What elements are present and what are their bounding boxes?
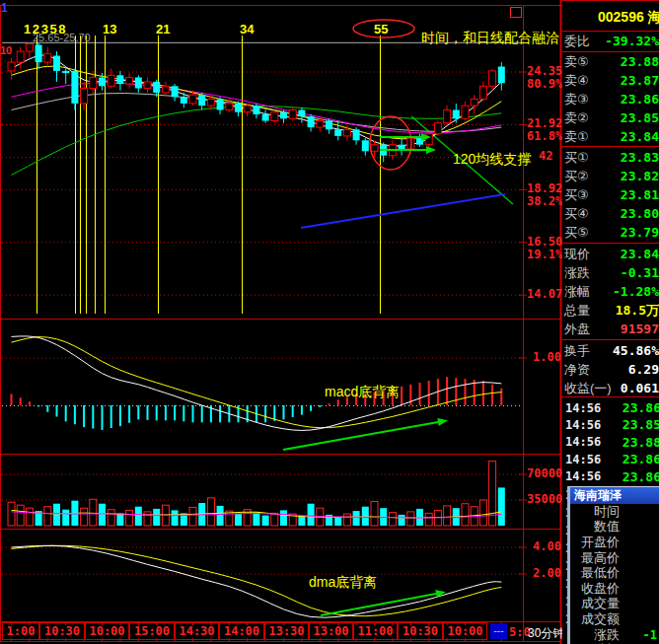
- popup-title: 海南瑞泽: [570, 487, 659, 504]
- popup-item-成交量: 成交量: [570, 597, 659, 612]
- quote-value: 0.061: [621, 381, 659, 395]
- quote-value: 91597: [621, 322, 659, 336]
- quote-row-卖②[interactable]: 卖②23.85: [562, 108, 659, 127]
- quote-label: 换手: [562, 342, 590, 360]
- tick-price: 23.86: [622, 452, 659, 466]
- volume-axis-label: 70000: [527, 467, 562, 479]
- quote-label: 买⑤: [562, 224, 589, 242]
- quote-row-收益(一): 收益(一)0.061: [562, 379, 659, 397]
- quote-value: 23.85: [621, 110, 659, 125]
- tick-price: 23.85: [622, 417, 659, 432]
- quote-label: 净资: [562, 361, 590, 379]
- quote-value: 18.5万: [616, 302, 659, 320]
- quote-row-卖⑤[interactable]: 卖⑤23.88: [562, 52, 659, 71]
- dma-axis-label: 2.00: [533, 567, 561, 579]
- stock-name: 海南瑞泽: [648, 9, 659, 25]
- restore-box-icon[interactable]: [510, 7, 522, 18]
- quote-row-买④[interactable]: 买④23.80: [562, 204, 659, 223]
- price-axis-label: 14.07: [527, 288, 562, 300]
- quote-row-涨跌: 涨跌-0.31: [562, 263, 659, 282]
- time-axis-cell: 10:00: [443, 622, 487, 640]
- time-axis-cell: 15:00: [129, 622, 175, 640]
- fib-label-21: 21: [156, 23, 170, 36]
- chart-canvas[interactable]: [0, 0, 562, 644]
- fib-pct-label: 80.9%: [527, 78, 562, 90]
- quote-label: 卖①: [562, 128, 589, 146]
- stock-code: 002596: [598, 9, 644, 25]
- trading-app-window: 1 1 2 3 5 81321345525.65-25.7010时间，和日线配合…: [0, 0, 659, 644]
- quote-row-买③[interactable]: 买③23.81: [562, 185, 659, 204]
- quote-value: 23.88: [621, 54, 659, 69]
- tick-row: 14:5623.86: [562, 468, 659, 485]
- quote-label: 买④: [562, 205, 589, 223]
- quote-row-买⑤[interactable]: 买⑤23.79: [562, 223, 659, 242]
- quote-label: 收益(一): [562, 380, 612, 397]
- dma-axis-label: 4.00: [533, 540, 561, 552]
- quote-label: 委比: [562, 33, 590, 50]
- fib-label-55: 55: [374, 23, 388, 36]
- quote-separator: [562, 146, 659, 147]
- fib-pct-label: 38.2%: [527, 195, 562, 207]
- time-axis-cell: 13:00: [309, 622, 353, 640]
- fib-label-13: 13: [103, 23, 116, 36]
- quote-label: 卖④: [562, 72, 589, 90]
- price-axis-label: 21.92: [527, 117, 562, 129]
- stock-title: 002596 海南瑞泽: [562, 9, 659, 27]
- quote-row-换手: 换手45.86%: [562, 341, 659, 360]
- quote-value: -39.32%: [605, 34, 659, 48]
- time-axis-cell: 10:30: [39, 622, 85, 640]
- quote-row-涨幅: 涨幅-1.28%: [562, 282, 659, 301]
- time-axis-cell: 14:00: [219, 622, 264, 640]
- time-axis-cell: 11:00: [353, 622, 398, 640]
- tick-price: 23.86: [622, 469, 659, 484]
- tick-time: 14:56: [562, 401, 601, 415]
- popup-item-开盘价: 开盘价: [570, 535, 659, 550]
- tick-price: 23.88: [622, 435, 659, 450]
- time-axis-cell: 14:30: [175, 622, 219, 640]
- popup-item-收盘价: 收盘价: [570, 581, 659, 597]
- price-axis-label: 42: [539, 150, 552, 162]
- price-axis-label: 16.50: [527, 236, 562, 248]
- quote-row-卖④[interactable]: 卖④23.87: [562, 71, 659, 90]
- tick-time: 14:56: [562, 435, 601, 449]
- stock-info-popup: 海南瑞泽 时间数值开盘价最高价最低价收盘价成交量成交额涨跌-1涨幅: [567, 486, 659, 644]
- tick-row: 14:5623.86: [562, 451, 659, 467]
- quote-row-委比: 委比-39.32%: [562, 32, 659, 50]
- tick-time: 14:56: [562, 453, 601, 466]
- macd-divergence-note: macd底背离: [325, 385, 400, 398]
- quote-value: 23.82: [621, 169, 659, 183]
- popup-item-最低价: 最低价: [570, 565, 659, 581]
- fib-pct-label: 61.8%: [527, 130, 562, 142]
- quote-value: 23.80: [621, 206, 659, 221]
- quote-value: 23.86: [621, 92, 659, 107]
- quote-row-买②[interactable]: 买②23.82: [562, 167, 659, 185]
- quote-row-卖③[interactable]: 卖③23.86: [562, 90, 659, 108]
- quote-row-卖①[interactable]: 卖①23.84: [562, 127, 659, 146]
- dma-divergence-note: dma底背离: [309, 575, 377, 589]
- volume-axis-label: 35000: [527, 493, 562, 505]
- quote-label: 涨跌: [562, 264, 590, 282]
- quote-row-买①[interactable]: 买①23.83: [562, 148, 659, 167]
- tick-time: 14:56: [562, 469, 601, 483]
- time-axis-cell: 10:30: [398, 622, 443, 640]
- quote-separator: [562, 396, 659, 397]
- price-axis-label: 24.35: [527, 65, 562, 77]
- scrollbar-chip[interactable]: ---: [490, 623, 507, 639]
- tick-time: 14:56: [562, 418, 601, 432]
- quote-label: 买①: [562, 149, 589, 167]
- peak-range-label: 25.65-25.70: [33, 33, 91, 43]
- quote-label: 买②: [562, 168, 589, 185]
- quote-label: 买③: [562, 186, 589, 204]
- ma-support-note: 120均线支撑: [453, 152, 531, 166]
- time-axis-cell: 10:00: [85, 622, 129, 640]
- quote-separator: [562, 339, 659, 340]
- fib-pct-label: 19.1%: [527, 249, 562, 260]
- quote-value: 6.29: [628, 362, 659, 377]
- fib-label-34: 34: [240, 23, 254, 36]
- time-note: 时间，和日线配合融洽: [421, 31, 559, 44]
- quote-value: 23.87: [621, 73, 659, 88]
- period-selector-label[interactable]: 30分钟: [528, 625, 564, 642]
- left-edge-label: 10: [0, 45, 12, 56]
- quote-label: 卖⑤: [562, 53, 589, 71]
- tick-row: 14:5623.86: [562, 399, 659, 416]
